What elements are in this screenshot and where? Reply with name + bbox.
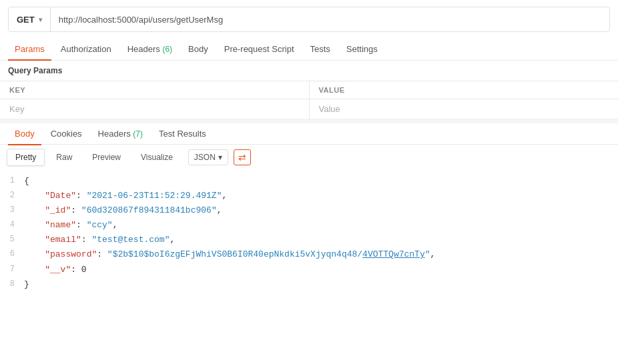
query-params-header: Query Params (0, 61, 618, 81)
request-tab-body[interactable]: Body (182, 39, 215, 61)
request-tab-params[interactable]: Params (8, 39, 51, 61)
response-tab-headers[interactable]: Headers (7) (91, 123, 149, 145)
format-btn-preview[interactable]: Preview (83, 149, 129, 166)
request-tab-headers[interactable]: Headers (6) (121, 39, 179, 61)
url-input[interactable]: http://localhost:5000/api/users/getUserM… (51, 15, 609, 25)
key-col-header: KEY (0, 81, 309, 99)
line-content: "__v": 0 (24, 263, 618, 277)
request-tab-prerequest[interactable]: Pre-request Script (218, 39, 301, 61)
wrap-button[interactable]: ⇄ (234, 149, 251, 165)
response-toolbar: PrettyRawPreviewVisualizeJSON▾⇄ (0, 145, 618, 170)
code-line-5: 5 "email": "test@test.com", (0, 233, 618, 247)
line-content: "password": "$2b$10$boI6zgEFjWhiVS0B6I0R… (24, 247, 618, 262)
param-row-empty: Key Value (0, 99, 618, 119)
line-content: { (24, 174, 618, 189)
line-number: 6 (0, 247, 24, 261)
code-line-2: 2 "Date": "2021-06-23T11:52:29.491Z", (0, 189, 618, 203)
line-number: 7 (0, 263, 24, 276)
line-content: "_id": "60d320867f894311841bc906", (24, 203, 618, 218)
line-content: "email": "test@test.com", (24, 233, 618, 247)
code-line-1: 1{ (0, 174, 618, 189)
json-format-select[interactable]: JSON▾ (188, 149, 228, 165)
code-line-6: 6 "password": "$2b$10$boI6zgEFjWhiVS0B6I… (0, 247, 618, 262)
method-label: GET (17, 15, 35, 25)
json-chevron: ▾ (218, 153, 222, 162)
url-bar: GET ▾ http://localhost:5000/api/users/ge… (8, 7, 610, 32)
response-tab-bar: BodyCookiesHeaders (7)Test Results (0, 123, 618, 145)
format-btn-raw[interactable]: Raw (47, 149, 81, 166)
line-content: } (24, 277, 618, 292)
response-tab-body[interactable]: Body (8, 123, 41, 145)
request-tab-settings[interactable]: Settings (340, 39, 384, 61)
line-number: 3 (0, 203, 24, 217)
response-tab-testresults[interactable]: Test Results (152, 123, 213, 145)
key-input-placeholder[interactable]: Key (0, 99, 309, 119)
line-number: 5 (0, 233, 24, 246)
format-btn-pretty[interactable]: Pretty (7, 149, 45, 166)
request-tab-authorization[interactable]: Authorization (54, 39, 118, 61)
line-number: 1 (0, 174, 24, 187)
line-content: "Date": "2021-06-23T11:52:29.491Z", (24, 189, 618, 203)
value-input-placeholder[interactable]: Value (309, 99, 618, 119)
line-number: 2 (0, 189, 24, 202)
line-number: 4 (0, 218, 24, 231)
line-content: "name": "ccy", (24, 218, 618, 233)
code-line-3: 3 "_id": "60d320867f894311841bc906", (0, 203, 618, 218)
val-col-header: VALUE (309, 81, 618, 99)
line-number: 8 (0, 277, 24, 291)
method-dropdown[interactable]: GET ▾ (9, 7, 51, 31)
request-tab-bar: ParamsAuthorizationHeaders (6)BodyPre-re… (0, 39, 618, 61)
format-btn-visualize[interactable]: Visualize (132, 149, 182, 166)
json-label: JSON (194, 153, 216, 162)
code-viewer: 1{2 "Date": "2021-06-23T11:52:29.491Z",3… (0, 170, 618, 296)
request-tab-tests[interactable]: Tests (304, 39, 337, 61)
code-line-4: 4 "name": "ccy", (0, 218, 618, 233)
params-table: KEY VALUE Key Value (0, 81, 618, 119)
response-tab-cookies[interactable]: Cookies (44, 123, 89, 145)
json-link[interactable]: 4VOTTQw7cnTy (362, 249, 425, 259)
code-line-8: 8} (0, 277, 618, 292)
code-line-7: 7 "__v": 0 (0, 263, 618, 277)
method-chevron: ▾ (39, 16, 42, 23)
